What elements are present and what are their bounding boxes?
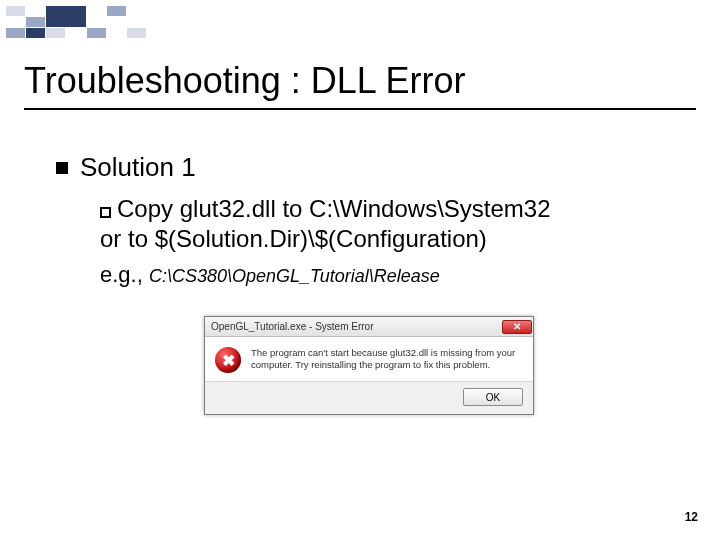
bullet-level2-line1: Copy glut32.dll to C:\Windows\System32 (117, 195, 551, 222)
example-line: e.g., C:\CS380\OpenGL_Tutorial\Release (100, 262, 440, 288)
bullet-level1: Solution 1 (56, 152, 196, 183)
example-prefix: e.g., (100, 262, 149, 287)
bullet-level1-text: Solution 1 (80, 152, 196, 183)
ok-button[interactable]: OK (463, 388, 523, 406)
dialog-titlebar: OpenGL_Tutorial.exe - System Error ✕ (205, 317, 533, 337)
error-dialog: OpenGL_Tutorial.exe - System Error ✕ ✖ T… (204, 316, 534, 415)
dialog-message-line2: computer. Try reinstalling the program t… (251, 359, 490, 370)
dialog-message: The program can't start because glut32.d… (251, 347, 515, 373)
dialog-title: OpenGL_Tutorial.exe - System Error (211, 321, 502, 332)
bullet-level2: Copy glut32.dll to C:\Windows\System32 o… (100, 194, 660, 254)
dialog-message-line1: The program can't start because glut32.d… (251, 347, 515, 358)
dialog-footer: OK (205, 381, 533, 414)
slide-decoration (6, 6, 146, 38)
bullet-level2-line2: or to $(Solution.Dir)\$(Configuration) (100, 225, 487, 252)
example-path: C:\CS380\OpenGL_Tutorial\Release (149, 266, 440, 286)
slide-title: Troubleshooting : DLL Error (24, 60, 466, 102)
title-underline (24, 108, 696, 110)
close-icon: ✕ (513, 321, 521, 332)
page-number: 12 (685, 510, 698, 524)
error-icon: ✖ (215, 347, 241, 373)
bullet-square-hollow-icon (100, 207, 111, 218)
dialog-body: ✖ The program can't start because glut32… (205, 337, 533, 381)
close-button[interactable]: ✕ (502, 320, 532, 334)
bullet-square-filled-icon (56, 162, 68, 174)
